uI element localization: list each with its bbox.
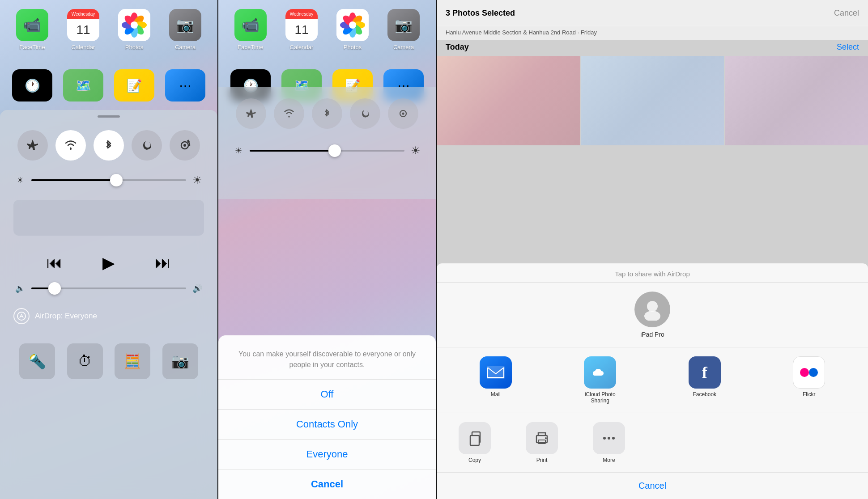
volume-high-icon: 🔊 [191, 283, 204, 293]
calendar-app-icon-2[interactable]: Wednesday 11 Calendar [281, 9, 322, 51]
dnd-toggle-2[interactable] [350, 98, 380, 129]
icloud-share-icon [584, 356, 616, 389]
airdrop-cancel-button[interactable]: Cancel [218, 469, 436, 499]
rotation-lock-toggle[interactable] [170, 130, 200, 161]
copy-icon [459, 422, 491, 454]
rewind-button[interactable]: ⏮ [47, 254, 63, 272]
brightness-slider-2: ☀ ☀ [218, 140, 436, 161]
photos-cancel-button[interactable]: Cancel [834, 8, 859, 18]
airplane-mode-toggle[interactable] [17, 130, 48, 161]
airdrop-description: You can make yourself discoverable to ev… [218, 335, 436, 380]
brightness-fill [31, 179, 116, 181]
share-facebook-item[interactable]: f Facebook [682, 356, 727, 404]
maps-icon: 🗺️ [63, 69, 103, 101]
photos-title: 3 Photos Selected [446, 8, 515, 18]
photo-thumbnail-1[interactable] [437, 56, 580, 145]
airdrop-discovery-sheet: You can make yourself discoverable to ev… [218, 335, 436, 499]
share-sheet: Tap to share with AirDrop iPad Pro [437, 263, 868, 499]
flickr-share-label: Flickr [803, 391, 816, 398]
facetime-app-icon[interactable]: 📹 FaceTime [12, 9, 52, 51]
brightness-fill-2 [250, 150, 335, 152]
facetime-app-icon-2[interactable]: 📹 FaceTime [230, 9, 271, 51]
brightness-slider-row: ☀ ☀ [0, 169, 217, 191]
wifi-toggle-2[interactable] [274, 98, 304, 129]
brightness-low-2: ☀ [232, 146, 245, 156]
facetime-icon: 📹 [16, 9, 48, 41]
calendar-day-name: Wednesday [67, 9, 99, 19]
svg-point-31 [800, 368, 809, 377]
more-action-item[interactable]: More [589, 422, 629, 463]
copy-label: Copy [468, 457, 481, 463]
calculator-button[interactable]: 🧮 [115, 343, 150, 379]
facebook-share-label: Facebook [693, 391, 716, 398]
photo-thumbnail-2[interactable] [581, 56, 724, 145]
airdrop-off-option[interactable]: Off [218, 380, 436, 410]
panel-airdrop: 📹 FaceTime Wednesday 11 Calendar [218, 0, 436, 499]
fast-forward-button[interactable]: ⏭ [155, 254, 171, 272]
airplane-mode-toggle-2[interactable] [236, 98, 266, 129]
svg-rect-33 [470, 436, 479, 445]
photos-select-button[interactable]: Select [837, 42, 859, 52]
clock-icon: 🕐 [12, 69, 52, 101]
cc-drag-handle [0, 110, 217, 121]
volume-track[interactable] [31, 288, 186, 289]
photos-label: Photos [125, 44, 143, 51]
share-actions-row: Copy Print [437, 413, 868, 473]
cc-toggles-row-2 [218, 89, 436, 138]
airdrop-row[interactable]: AirDrop: Everyone [0, 300, 217, 332]
share-flickr-item[interactable]: Flickr [787, 356, 831, 404]
photos-header: 3 Photos Selected Cancel [437, 0, 868, 27]
volume-thumb[interactable] [48, 282, 61, 295]
airdrop-contacts-option[interactable]: Contacts Only [218, 410, 436, 440]
brightness-high-2: ☀ [409, 144, 422, 157]
brightness-thumb-2[interactable] [328, 144, 341, 157]
svg-point-39 [612, 437, 615, 440]
brightness-thumb[interactable] [110, 174, 123, 186]
brightness-low-icon: ☀ [13, 175, 27, 185]
facetime-label-2: FaceTime [238, 44, 263, 51]
control-center-panel: ☀ ☀ ⏮ ▶ ⏭ 🔈 🔊 [0, 110, 217, 499]
camera-quick-button[interactable]: 📷 [162, 343, 198, 379]
more-icon [593, 422, 625, 454]
svg-point-37 [603, 437, 606, 440]
photos-app-icon[interactable]: Photos [114, 9, 154, 51]
svg-point-11 [70, 148, 72, 150]
airdrop-everyone-option[interactable]: Everyone [218, 440, 436, 469]
playback-controls: ⏮ ▶ ⏭ [0, 245, 217, 281]
wifi-toggle[interactable] [55, 130, 86, 161]
share-cancel-button[interactable]: Cancel [437, 473, 868, 499]
svg-point-28 [647, 301, 658, 312]
share-mail-item[interactable]: Mail [473, 356, 518, 404]
now-playing-area [13, 200, 204, 236]
photo-thumbnail-3[interactable] [725, 56, 868, 145]
rotation-toggle-2[interactable] [388, 98, 418, 129]
print-action-item[interactable]: Print [522, 422, 562, 463]
bluetooth-toggle-2[interactable] [312, 98, 342, 129]
camera-app-icon-2[interactable]: 📷 Camera [383, 9, 424, 51]
copy-action-item[interactable]: Copy [455, 422, 495, 463]
do-not-disturb-toggle[interactable] [132, 130, 162, 161]
airdrop-label: AirDrop: Everyone [35, 312, 97, 321]
brightness-high-icon: ☀ [191, 174, 204, 186]
print-icon [526, 422, 558, 454]
photos-label-2: Photos [344, 44, 362, 51]
camera-label: Camera [175, 44, 196, 51]
brightness-track-2[interactable] [250, 150, 404, 152]
brightness-track[interactable] [31, 179, 186, 181]
camera-app-icon[interactable]: 📷 Camera [165, 9, 205, 51]
play-button[interactable]: ▶ [102, 254, 115, 272]
photos-today-label: Today [446, 42, 469, 52]
more-label: More [603, 457, 615, 463]
share-icloud-item[interactable]: iCloud Photo Sharing [578, 356, 622, 404]
calendar-icon-2: Wednesday 11 [285, 9, 318, 41]
photos-app-icon-2[interactable]: Photos [332, 9, 373, 51]
flashlight-button[interactable]: 🔦 [19, 343, 55, 379]
mail-share-icon [480, 356, 512, 389]
camera-icon-2: 📷 [387, 9, 420, 41]
calendar-app-icon[interactable]: Wednesday 11 Calendar [63, 9, 103, 51]
icloud-share-label: iCloud Photo Sharing [578, 391, 622, 404]
timer-button[interactable]: ⏱ [67, 343, 103, 379]
facetime-label: FaceTime [19, 44, 45, 51]
cc-visible-area: ☀ ☀ [218, 87, 436, 199]
bluetooth-toggle[interactable] [94, 130, 124, 161]
